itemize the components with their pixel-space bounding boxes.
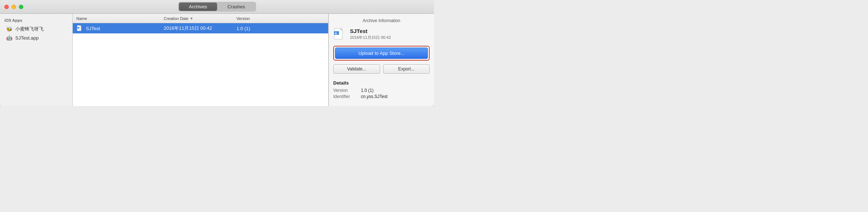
sidebar-item-sjtest[interactable]: 🤖 SJTest.app	[1, 33, 71, 42]
tab-archives[interactable]: Archives	[179, 3, 217, 11]
upload-button-wrapper: Upload to App Store...	[333, 46, 430, 61]
cell-name: A SJTest	[76, 25, 164, 32]
detail-key-version: Version	[333, 88, 359, 93]
col-header-name[interactable]: Name	[76, 16, 164, 21]
detail-value-version: 1.0 (1)	[361, 88, 374, 93]
titlebar: Archives Crashes	[0, 0, 434, 14]
sort-arrow-icon: ▼	[190, 17, 193, 20]
upload-to-appstore-button[interactable]: Upload to App Store...	[335, 48, 428, 59]
cell-date: 2016年11月15日 00:42	[164, 25, 236, 32]
tab-crashes[interactable]: Crashes	[217, 3, 255, 11]
sidebar-item-sjtest-label: SJTest.app	[15, 35, 39, 41]
right-panel: Archive Information A SJTest 2016年11月15日…	[329, 14, 434, 106]
panel-title: Archive Information	[333, 18, 430, 23]
archive-info-header: A SJTest 2016年11月15日 00:42	[333, 28, 430, 41]
table-header: Name Creation Date ▼ Version	[73, 14, 328, 23]
archive-info-date: 2016年11月15日 00:42	[350, 35, 391, 40]
table-area: Name Creation Date ▼ Version	[73, 14, 329, 106]
details-section: Details Version 1.0 (1) Identifier cn.ys…	[333, 80, 430, 100]
main-content: iOS Apps 🐝 小蜜蜂飞呀飞 🤖 SJTest.app Name	[0, 14, 434, 106]
detail-row-version: Version 1.0 (1)	[333, 88, 430, 93]
col-header-version[interactable]: Version	[236, 16, 324, 21]
detail-row-identifier: Identifier cn.yss.SJTest	[333, 94, 430, 99]
archive-info-text: SJTest 2016年11月15日 00:42	[350, 28, 391, 40]
secondary-buttons: Validate... Export...	[333, 64, 430, 74]
archive-info-name: SJTest	[350, 28, 391, 34]
close-button[interactable]	[4, 5, 9, 9]
table-row[interactable]: A SJTest 2016年11月15日 00:42 1.0 (1)	[73, 23, 328, 33]
sidebar: iOS Apps 🐝 小蜜蜂飞呀飞 🤖 SJTest.app	[0, 14, 73, 106]
cell-name-text: SJTest	[86, 26, 100, 31]
export-button[interactable]: Export...	[383, 64, 430, 74]
sidebar-section-title: iOS Apps	[0, 17, 72, 25]
robot-icon: 🤖	[6, 34, 12, 41]
details-title: Details	[333, 80, 430, 86]
minimize-button[interactable]	[12, 5, 16, 9]
table-body: A SJTest 2016年11月15日 00:42 1.0 (1)	[73, 23, 328, 106]
detail-key-identifier: Identifier	[333, 94, 359, 99]
col-header-date[interactable]: Creation Date ▼	[164, 16, 236, 21]
detail-value-identifier: cn.yss.SJTest	[361, 94, 387, 99]
svg-text:A: A	[335, 32, 337, 35]
traffic-lights	[4, 5, 23, 9]
maximize-button[interactable]	[19, 5, 23, 9]
archive-info-icon: A	[333, 28, 346, 41]
bee-icon: 🐝	[6, 26, 12, 32]
svg-text:A: A	[77, 27, 78, 29]
archive-doc-icon: A	[76, 25, 83, 32]
sidebar-item-bee-label: 小蜜蜂飞呀飞	[15, 26, 44, 32]
main-window: Archives Crashes iOS Apps 🐝 小蜜蜂飞呀飞 🤖 SJT…	[0, 0, 434, 106]
sidebar-item-bee-app[interactable]: 🐝 小蜜蜂飞呀飞	[1, 25, 71, 33]
tab-group: Archives Crashes	[178, 2, 256, 12]
validate-button[interactable]: Validate...	[333, 64, 380, 74]
cell-version: 1.0 (1)	[236, 26, 324, 31]
